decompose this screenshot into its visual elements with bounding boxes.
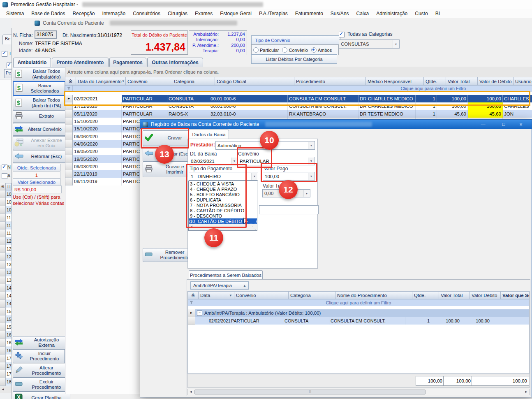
background-checkbox-2[interactable] [7, 63, 12, 68]
menu-item[interactable]: Base de Dados [28, 11, 69, 16]
hour-row[interactable]: 13 [0, 261, 12, 269]
tab-pronto-atendimento[interactable]: Pronto Atendimento [52, 58, 109, 67]
baixar-todos-ambulatorio-button[interactable]: $ Baixar Todos(Ambulatório) [13, 67, 70, 81]
col-data[interactable]: Data do Lançamento▼ [76, 77, 126, 86]
background-tab[interactable]: Be [2, 35, 12, 44]
menu-item[interactable]: Administração [372, 11, 411, 16]
incluir-procedimento-button[interactable]: IncluirProcedimento ▼ [13, 349, 70, 363]
hour-row[interactable]: 12 [0, 237, 12, 245]
minimize-icon[interactable]: — [477, 121, 489, 128]
categoria-combo[interactable]: CONSULTAS ▼ [339, 39, 400, 49]
radio-option[interactable]: Ambos [311, 47, 332, 53]
col-data[interactable]: Data▼ [199, 291, 234, 299]
tab-procedimentos-baixados[interactable]: Procedimentos a Serem Baixados [189, 270, 263, 280]
hour-row[interactable]: 10 [0, 198, 12, 206]
tab-ambulatorio[interactable]: Ambulatório [13, 58, 51, 67]
tab-outras-informacoes[interactable]: Outras Informações [147, 58, 203, 67]
extrato-button[interactable]: Extrato [13, 110, 70, 123]
hour-row[interactable]: 15 [0, 308, 12, 315]
todas-categorias-checkbox[interactable]: Todas as Categorias [339, 31, 393, 37]
col-usuario[interactable]: Usuário (Ult. Alt.) [513, 77, 532, 86]
gerar-planilha-button[interactable]: X Gerar Planilha [13, 392, 70, 399]
menu-item[interactable]: Estoque Geral [216, 11, 255, 16]
resize-grip-icon[interactable]: ⋱ [252, 226, 256, 230]
radio-option[interactable]: Particular [253, 47, 279, 53]
maximize-icon[interactable]: □ [498, 121, 509, 128]
menu-item[interactable]: Internação [98, 11, 129, 16]
menu-item[interactable]: Cirurgias [164, 11, 191, 16]
col-medico[interactable]: Médico Responsável [366, 77, 424, 86]
col-nome-procedimento[interactable]: Nome do Procedimento [335, 291, 412, 299]
hour-row[interactable]: 15 [0, 323, 12, 331]
hour-row[interactable]: 12 [0, 245, 12, 253]
hour-row[interactable]: 18 [0, 378, 12, 386]
hour-row[interactable]: 14 [0, 284, 12, 292]
background-checkbox-n[interactable]: N [2, 165, 11, 170]
hour-row[interactable]: 11 [0, 214, 12, 222]
scroll-left-icon[interactable]: ◄ [1, 387, 5, 391]
excluir-procedimento-button[interactable]: ExcluirProcedimento [13, 378, 70, 392]
group-row[interactable]: ► − Amb/Int/PA/Terapia : Ambulatório (Va… [188, 309, 529, 317]
hour-row[interactable]: 14 [0, 292, 12, 300]
col-codigo[interactable]: Código Oficial [215, 77, 294, 86]
hour-row[interactable]: 13 [0, 276, 12, 284]
listar-debitos-button[interactable]: Listar Débitos Por Categoria [251, 54, 337, 64]
dialog-grid-row[interactable]: 02/02/2021 PARTICULAR CONSULTA CONSULTA … [188, 317, 529, 325]
hour-row[interactable]: 10 [0, 190, 12, 198]
dialog-grid-filter-row[interactable]: Clique aqui para definir um Filtro [188, 299, 529, 306]
background-button[interactable]: Pe [4, 69, 12, 78]
hour-row[interactable]: 12 [0, 253, 12, 261]
scroll-right-icon[interactable]: ► [523, 389, 529, 394]
background-checkbox-t[interactable]: T [2, 51, 12, 57]
dialog-titlebar[interactable]: Registro de Baixa na Conta Corrente do P… [140, 120, 532, 129]
hour-row[interactable]: 17 [0, 370, 12, 378]
col-convenio[interactable]: Convênio [234, 291, 289, 299]
radio-option[interactable]: Convênio [282, 47, 308, 53]
menu-item[interactable]: BI [432, 11, 444, 16]
alterar-procedimento-button[interactable]: AlterarProcedimento [13, 364, 70, 378]
hour-row[interactable]: 10 [0, 206, 12, 214]
col-valor-baixado[interactable]: Valor que Será Baixado [501, 291, 530, 299]
hour-row[interactable]: 17 [0, 355, 12, 362]
alterar-convenio-button[interactable]: Alterar Convênio [13, 123, 69, 136]
observacao-field[interactable] [259, 205, 319, 214]
menu-item[interactable]: Caixa [353, 11, 373, 16]
retornar-button[interactable]: Retornar (Esc) [13, 151, 70, 163]
baixar-selecionados-button[interactable]: $ BaixarSelecionados ▼ [13, 81, 71, 96]
baixar-todos-geral-button[interactable]: $ Baixar Todos(Amb+Int+PA) [13, 96, 70, 110]
menu-item[interactable]: Custo [411, 11, 431, 16]
col-qtde[interactable]: Qtde. [424, 77, 446, 86]
hour-row[interactable]: 15 [0, 315, 12, 323]
hour-row[interactable]: 16 [0, 331, 12, 339]
col-valor-debito[interactable]: Valor Débito [470, 291, 501, 299]
menu-item[interactable]: Sistema [2, 11, 28, 16]
menu-item[interactable]: P.A./Terapias [255, 11, 291, 16]
scrollbar-thumb[interactable] [194, 390, 426, 394]
ficha-field[interactable]: 318075 [35, 30, 57, 39]
group-chip[interactable]: Amb/Int/PA/Terapia▲ [190, 281, 249, 290]
hour-row[interactable]: 14 [0, 300, 12, 308]
menu-item[interactable]: Consultórios [129, 11, 164, 16]
scroll-left-icon[interactable]: ◄ [188, 389, 194, 394]
close-icon[interactable]: × [515, 121, 527, 128]
hour-row[interactable]: 17 [0, 362, 12, 370]
tab-dados-da-baixa[interactable]: Dados da Baixa [189, 130, 229, 139]
background-checkbox-a[interactable]: A [2, 173, 10, 179]
col-categoria[interactable]: Categoria [172, 77, 215, 86]
col-valor-debito[interactable]: Valor de Débito [478, 77, 513, 86]
hour-row[interactable]: 11 [0, 222, 12, 230]
horizontal-scrollbar[interactable]: ◄ ► [187, 389, 530, 395]
menu-item[interactable]: Faturamento [291, 11, 327, 16]
col-valor-total[interactable]: Valor Total [439, 291, 470, 299]
menu-item[interactable]: Recepção [69, 11, 98, 16]
col-categoria[interactable]: Categoria [289, 291, 335, 299]
autorizacao-externa-button[interactable]: AutorizaçãoExterna [13, 336, 70, 349]
col-qtde[interactable]: Qtde. [412, 291, 439, 299]
hour-row[interactable]: 16 [0, 339, 12, 347]
tab-pagamentos[interactable]: Pagamentos [109, 58, 146, 67]
col-valor-total[interactable]: Valor Total [446, 77, 478, 86]
collapse-icon[interactable]: − [197, 311, 202, 316]
menu-item[interactable]: Exames [191, 11, 216, 16]
hour-row[interactable]: 16 [0, 347, 12, 355]
hour-row[interactable]: 13 [0, 269, 12, 276]
